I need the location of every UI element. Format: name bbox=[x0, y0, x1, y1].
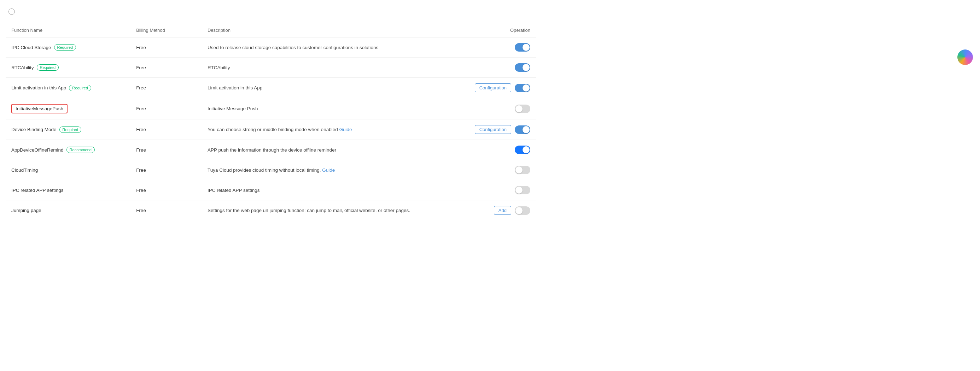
description-cell: Initiative Message Push bbox=[202, 98, 452, 119]
fn-name-wrapper: Limit activation in this AppRequired bbox=[11, 85, 125, 91]
op-cell-inner: Configuration bbox=[457, 83, 530, 92]
fn-name-wrapper: Device Binding ModeRequired bbox=[11, 127, 125, 133]
table-row: InitiativeMessagePushFreeInitiative Mess… bbox=[6, 98, 536, 119]
billing-method-cell: Free bbox=[130, 78, 202, 98]
page-container: Function Name Billing Method Description… bbox=[0, 0, 544, 229]
table-row: AppDeviceOffineRemindRecommendFreeAPP pu… bbox=[6, 140, 536, 160]
operation-cell bbox=[452, 58, 536, 78]
description-cell: IPC related APP settings bbox=[202, 180, 452, 200]
function-name-cell: IPC Cloud StorageRequired bbox=[6, 38, 130, 58]
toggle-switch[interactable] bbox=[515, 84, 530, 92]
function-badge: Required bbox=[54, 44, 76, 51]
table-row: IPC Cloud StorageRequiredFreeUsed to rel… bbox=[6, 38, 536, 58]
fn-name-wrapper: IPC related APP settings bbox=[11, 188, 125, 193]
billing-method-cell: Free bbox=[130, 160, 202, 180]
table-body: IPC Cloud StorageRequiredFreeUsed to rel… bbox=[6, 38, 536, 221]
billing-method-cell: Free bbox=[130, 200, 202, 221]
toggle-thumb bbox=[522, 44, 530, 51]
toggle-thumb bbox=[515, 207, 522, 214]
operation-cell: Add bbox=[452, 200, 536, 221]
fn-name-wrapper: InitiativeMessagePush bbox=[11, 104, 67, 113]
col-function-name: Function Name bbox=[6, 23, 130, 38]
operation-cell bbox=[452, 160, 536, 180]
help-icon[interactable] bbox=[8, 8, 15, 15]
table-row: RTCAbilityRequiredFreeRTCAbility bbox=[6, 58, 536, 78]
op-cell-inner bbox=[457, 146, 530, 154]
fn-name-text: IPC Cloud Storage bbox=[11, 45, 51, 50]
op-cell-inner bbox=[457, 186, 530, 194]
billing-method-cell: Free bbox=[130, 180, 202, 200]
table-row: Jumping pageFreeSettings for the web pag… bbox=[6, 200, 536, 221]
description-cell: Used to release cloud storage capabiliti… bbox=[202, 38, 452, 58]
fn-name-text: CloudTiming bbox=[11, 168, 38, 173]
operation-cell bbox=[452, 140, 536, 160]
function-badge: Recommend bbox=[67, 147, 95, 153]
op-cell-inner bbox=[457, 105, 530, 113]
fn-name-text: IPC related APP settings bbox=[11, 188, 64, 193]
config-button[interactable]: Configuration bbox=[475, 125, 511, 134]
description-cell: APP push the information through the dev… bbox=[202, 140, 452, 160]
description-link[interactable]: Guide bbox=[339, 127, 352, 132]
table-row: IPC related APP settingsFreeIPC related … bbox=[6, 180, 536, 200]
fn-name-text: Limit activation in this App bbox=[11, 85, 66, 90]
operation-cell bbox=[452, 98, 536, 119]
fn-name-text: AppDeviceOffineRemind bbox=[11, 147, 64, 153]
table-row: CloudTimingFreeTuya Cloud provides cloud… bbox=[6, 160, 536, 180]
config-button[interactable]: Configuration bbox=[475, 83, 511, 92]
col-operation: Operation bbox=[452, 23, 536, 38]
function-name-cell: RTCAbilityRequired bbox=[6, 58, 130, 78]
billing-method-cell: Free bbox=[130, 58, 202, 78]
description-link[interactable]: Guide bbox=[322, 168, 335, 173]
toggle-thumb bbox=[515, 166, 522, 173]
toggle-switch[interactable] bbox=[515, 146, 530, 154]
fn-name-wrapper: AppDeviceOffineRemindRecommend bbox=[11, 147, 125, 153]
toggle-switch[interactable] bbox=[515, 186, 530, 194]
function-name-cell: IPC related APP settings bbox=[6, 180, 130, 200]
description-cell: You can choose strong or middle binding … bbox=[202, 119, 452, 140]
toggle-switch[interactable] bbox=[515, 105, 530, 113]
col-billing-method: Billing Method bbox=[130, 23, 202, 38]
toggle-switch[interactable] bbox=[515, 63, 530, 72]
fn-name-text: InitiativeMessagePush bbox=[16, 106, 63, 111]
fn-name-wrapper: IPC Cloud StorageRequired bbox=[11, 44, 125, 51]
fn-name-wrapper: Jumping page bbox=[11, 208, 125, 213]
operation-cell bbox=[452, 180, 536, 200]
toggle-thumb bbox=[522, 126, 530, 133]
function-name-cell: Device Binding ModeRequired bbox=[6, 119, 130, 140]
fn-name-text: Jumping page bbox=[11, 208, 41, 213]
toggle-switch[interactable] bbox=[515, 125, 530, 134]
table-row: Limit activation in this AppRequiredFree… bbox=[6, 78, 536, 98]
function-badge: Required bbox=[37, 64, 59, 71]
toggle-switch[interactable] bbox=[515, 43, 530, 52]
col-description: Description bbox=[202, 23, 452, 38]
op-cell-inner bbox=[457, 166, 530, 174]
operation-cell bbox=[452, 38, 536, 58]
function-name-cell: CloudTiming bbox=[6, 160, 130, 180]
op-cell-inner bbox=[457, 43, 530, 52]
page-header bbox=[6, 8, 536, 15]
op-cell-inner bbox=[457, 63, 530, 72]
description-cell: Settings for the web page url jumping fu… bbox=[202, 200, 452, 221]
function-name-cell: Jumping page bbox=[6, 200, 130, 221]
gradient-decoration bbox=[958, 49, 973, 65]
description-cell: Tuya Cloud provides cloud timing without… bbox=[202, 160, 452, 180]
toggle-switch[interactable] bbox=[515, 206, 530, 215]
toggle-thumb bbox=[522, 84, 530, 92]
billing-method-cell: Free bbox=[130, 119, 202, 140]
function-name-cell: AppDeviceOffineRemindRecommend bbox=[6, 140, 130, 160]
table-row: Device Binding ModeRequiredFreeYou can c… bbox=[6, 119, 536, 140]
description-cell: Limit activation in this App bbox=[202, 78, 452, 98]
billing-method-cell: Free bbox=[130, 38, 202, 58]
fn-name-wrapper: RTCAbilityRequired bbox=[11, 64, 125, 71]
add-button[interactable]: Add bbox=[494, 206, 511, 215]
toggle-switch[interactable] bbox=[515, 166, 530, 174]
toggle-thumb bbox=[515, 187, 522, 193]
function-name-cell: Limit activation in this AppRequired bbox=[6, 78, 130, 98]
toggle-thumb bbox=[522, 64, 530, 71]
toggle-thumb bbox=[522, 146, 530, 153]
function-badge: Required bbox=[59, 127, 82, 133]
table-header-row: Function Name Billing Method Description… bbox=[6, 23, 536, 38]
billing-method-cell: Free bbox=[130, 140, 202, 160]
toggle-thumb bbox=[515, 105, 522, 113]
op-cell-inner: Add bbox=[457, 206, 530, 215]
